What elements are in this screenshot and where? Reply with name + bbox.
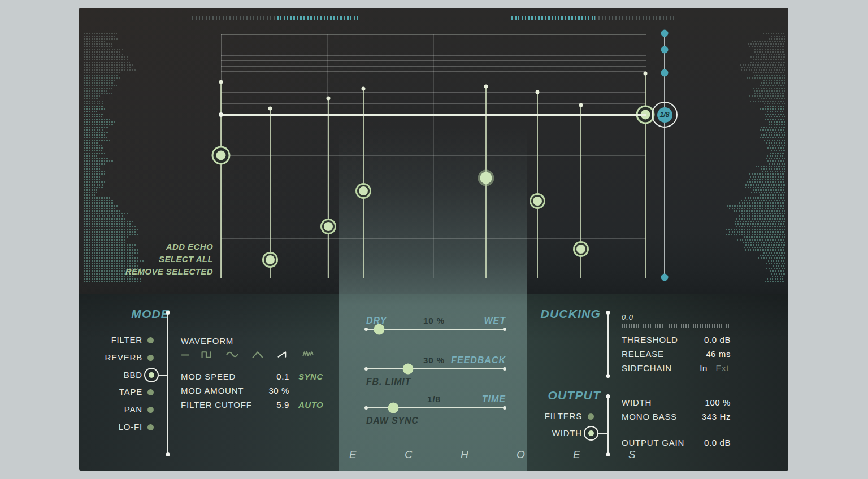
output-gain-value[interactable]: 0.0 dB — [656, 437, 731, 448]
mono-bass-value[interactable]: 343 Hz — [656, 411, 731, 423]
output-width-label[interactable]: WIDTH — [519, 428, 582, 439]
output-title: OUTPUT — [475, 389, 601, 402]
output-width-connector — [597, 433, 608, 434]
width-value[interactable]: 100 % — [656, 397, 731, 408]
output-panel: OUTPUT FILTERSWIDTH WIDTH100 %MONO BASS3… — [79, 8, 788, 471]
output-section-line — [607, 396, 609, 455]
output-width-selected-indicator[interactable] — [584, 426, 598, 441]
output-filters-indicator[interactable] — [588, 413, 594, 420]
width-label: WIDTH — [622, 397, 652, 408]
plugin-window: 1/8 ADD ECHOSELECT ALLREMOVE SELECTED MO… — [79, 8, 788, 471]
page-background: 1/8 ADD ECHOSELECT ALLREMOVE SELECTED MO… — [0, 0, 868, 479]
output-filters-label[interactable]: FILTERS — [519, 411, 582, 422]
